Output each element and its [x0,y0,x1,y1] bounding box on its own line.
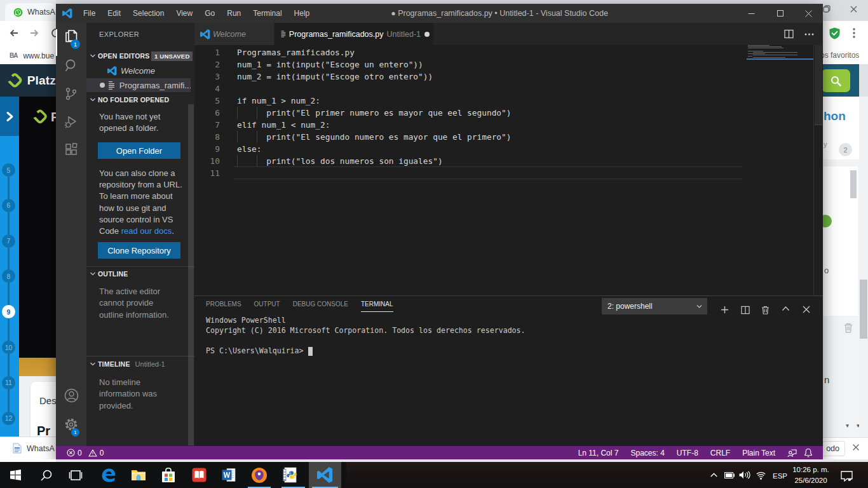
more-actions-icon[interactable] [804,33,814,36]
titlebar[interactable]: FileEditSelectionViewGoRunTerminalHelp ●… [56,4,823,23]
page-scrollbar[interactable]: ▲ [859,97,868,459]
no-folder-line2: opened a folder. [99,123,158,134]
menu-item[interactable]: File [78,9,102,18]
outline-text-line: outline information. [99,309,169,321]
shield-check-icon[interactable] [829,27,840,39]
lesson-step[interactable]: 7 [2,234,15,248]
status-language[interactable]: Plain Text [742,449,775,458]
maximize-button[interactable] [766,4,794,23]
menu-item[interactable]: Selection [127,9,170,18]
lesson-step[interactable]: 12 [2,412,15,425]
status-eol[interactable]: CRLF [710,449,730,458]
tray-clock[interactable]: 10:26 p. m. 25/6/2020 [790,464,832,487]
menu-item[interactable]: Help [288,9,316,18]
menu-item[interactable]: Run [221,9,247,18]
restore-window-icon[interactable] [823,5,831,13]
search-activity-icon[interactable] [56,51,86,79]
read-our-docs-link[interactable]: read our docs [121,226,172,236]
run-debug-activity-icon[interactable] [56,108,86,136]
menu-item[interactable]: View [170,9,199,18]
lesson-step[interactable]: 6 [2,199,15,212]
volume-icon[interactable] [739,471,750,479]
scrollbar-thumb[interactable] [860,280,867,339]
favoritos-label[interactable]: os favoritos [820,51,859,60]
code-line: 4 [194,83,766,95]
account-icon[interactable] [56,381,86,409]
lesson-step[interactable]: 9 [2,305,15,318]
video-area[interactable]: P [19,97,56,358]
warnings-count[interactable]: 0 [100,449,104,458]
minimap[interactable] [747,45,814,295]
chevron-down-icon [89,270,97,278]
source-control-activity-icon[interactable] [56,80,86,108]
back-icon[interactable] [9,28,19,38]
notifications-bell-icon[interactable] [804,448,813,458]
menu-item[interactable]: Edit [102,9,127,18]
bottom-close-icon[interactable] [852,444,860,451]
tab-dirty-icon[interactable] [424,32,430,37]
battery-icon[interactable] [724,472,735,478]
wifi-icon[interactable] [756,471,766,480]
sidebar-scrollbar[interactable] [188,104,194,445]
status-spaces[interactable]: Spaces: 4 [630,449,664,458]
code-line: 9else: [194,143,766,155]
browser-menu-icon[interactable] [853,28,855,38]
new-terminal-icon[interactable] [721,306,729,314]
tab-file[interactable]: Programas_ramificados.py Untitled-1 [275,23,433,45]
timeline-text-line: information was [99,388,157,400]
open-editor-welcome[interactable]: Welcome [86,64,191,78]
sidebar-collapse-button[interactable] [0,97,19,136]
menu-item[interactable]: Go [199,9,221,18]
lesson-step[interactable]: 5 [2,163,15,177]
kill-terminal-icon[interactable] [761,306,770,315]
code-line: 11 [194,167,766,179]
inner-scrollbar-thumb[interactable] [850,170,857,198]
vscode-logo-icon [200,29,210,39]
maximize-panel-icon[interactable] [782,306,790,311]
lesson-step[interactable]: 10 [2,341,15,354]
split-editor-icon[interactable] [784,29,794,39]
welcome-item-label: Welcome [121,66,155,76]
trash-icon[interactable] [844,323,853,333]
outline-header[interactable]: OUTLINE [86,267,194,281]
warnings-icon [88,449,97,457]
forward-icon[interactable] [29,28,39,38]
tray-language[interactable]: ESP [773,472,787,480]
tab-welcome-label: Welcome [213,30,246,39]
code-editor[interactable]: 1Programas_ramificados.py2num_1 = int(in… [194,45,823,295]
no-folder-header[interactable]: NO FOLDER OPENED [86,93,194,107]
extensions-activity-icon[interactable] [56,136,86,164]
close-panel-icon[interactable] [803,306,810,313]
lesson-step[interactable]: 11 [2,376,15,390]
tab-welcome[interactable]: Welcome [194,23,275,45]
open-editor-file[interactable]: Programas_ramifi... [86,78,191,92]
editor-scrollbar-thumb[interactable] [815,45,822,125]
menu-item[interactable]: Terminal [247,9,288,18]
search-button[interactable] [822,69,850,92]
action-center-icon[interactable] [841,471,853,482]
download-label[interactable]: WhatsA [27,444,55,453]
lesson-step[interactable]: 8 [2,269,15,283]
editor-scrollbar-separator [813,45,814,295]
split-terminal-icon[interactable] [741,306,750,315]
lesson-card: Des Pr [31,382,56,437]
feedback-icon[interactable] [787,449,797,458]
tray-chevron-icon[interactable] [710,473,717,477]
minimize-button[interactable] [737,4,766,23]
close-button[interactable] [794,4,823,23]
browser-close-icon[interactable] [850,6,857,13]
forum-heading-fragment[interactable]: hon [824,109,846,123]
open-folder-button[interactable]: Open Folder [98,142,180,159]
status-line-col[interactable]: Ln 11, Col 7 [578,449,619,458]
answers-counter: 2 [839,143,852,156]
chevron-down-icon [89,96,97,104]
open-editors-header[interactable]: OPEN EDITORS 1 UNSAVED [86,49,194,63]
left-browser-tab-whatsapp[interactable]: WhatsA [5,3,56,21]
clone-repository-button[interactable]: Clone Repository [98,242,180,259]
terminal-line: Windows PowerShell [206,316,286,326]
status-encoding[interactable]: UTF-8 [677,449,698,458]
file-item-label: Programas_ramifi... [119,81,191,90]
bookmark-url[interactable]: www.bue [23,51,54,60]
errors-count[interactable]: 0 [78,449,82,458]
timeline-header[interactable]: TIMELINE Untitled-1 [86,357,194,371]
